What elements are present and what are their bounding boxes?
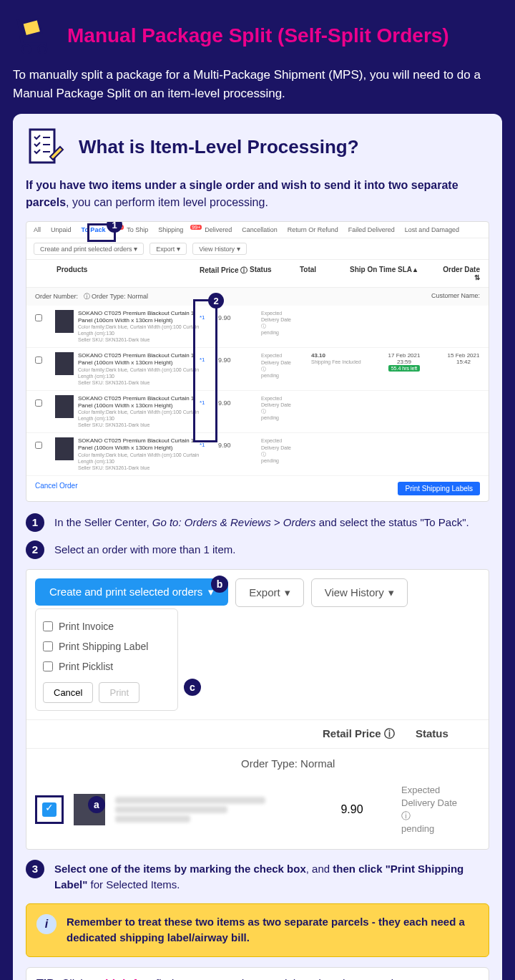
callout-b: b: [211, 576, 228, 593]
export-button[interactable]: Export▾: [235, 578, 303, 607]
screenshot-print-dropdown: b c a Create and print selected orders▾ …: [26, 569, 489, 850]
order-type: Order Type: Normal: [26, 748, 489, 778]
row-checkbox[interactable]: [35, 314, 42, 321]
hero: Manual Package Split (Self-Split Orders): [13, 14, 502, 57]
trolley-icon: [13, 14, 56, 57]
tab-cancellation[interactable]: Cancellation: [242, 226, 278, 233]
screenshot-orders-list: 1 2 All Unpaid To Pack99+ To Ship Shippi…: [26, 221, 489, 502]
svg-point-2: [39, 45, 46, 53]
chevron-down-icon: ▾: [285, 586, 290, 599]
callout-2: 2: [193, 299, 217, 442]
step-2: 2 Select an order with more than 1 item.: [26, 540, 489, 559]
cancel-button[interactable]: Cancel: [43, 682, 93, 703]
page-title: Manual Package Split (Self-Split Orders): [67, 24, 449, 47]
view-history-button[interactable]: View History: [192, 243, 247, 255]
tab-failed[interactable]: Failed Delivered: [348, 226, 395, 233]
order-footer: Cancel Order Print Shipping Labels: [26, 476, 489, 501]
tab-lost[interactable]: Lost and Damaged: [405, 226, 459, 233]
tab-shipping[interactable]: Shipping99+: [158, 226, 195, 233]
order-row: SOKANO CT025 Premium Blackout Curtain 1 …: [26, 433, 489, 475]
chevron-down-icon: ▾: [388, 586, 394, 599]
row-checkbox[interactable]: [35, 356, 42, 364]
tab-unpaid[interactable]: Unpaid: [51, 226, 72, 233]
order-row: SOKANO CT025 Premium Blackout Curtain 1 …: [26, 391, 489, 433]
cancel-order-link[interactable]: Cancel Order: [35, 482, 77, 495]
svg-rect-0: [22, 19, 41, 37]
section-lead: If you have two items under a single ord…: [26, 177, 489, 211]
tab-to-ship[interactable]: To Ship: [127, 226, 148, 233]
export-button[interactable]: Export: [149, 243, 187, 255]
order-row: SOKANO CT025 Premium Blackout Curtain 1 …: [26, 348, 489, 390]
row-checkbox[interactable]: [35, 399, 42, 407]
opt-print-picklist[interactable]: Print Picklist: [43, 656, 170, 676]
create-print-button[interactable]: Create and print selected orders: [34, 243, 144, 255]
order-header: Order Number: ⓘ Order Type: Normal Custo…: [26, 288, 489, 306]
tab-all[interactable]: All: [34, 226, 41, 233]
step-1: 1 In the Seller Center, Go to: Orders & …: [26, 513, 489, 532]
section-title: What is Item-Level Processing?: [79, 136, 359, 158]
opt-print-invoice[interactable]: Print Invoice: [43, 616, 170, 636]
checklist-icon: [26, 127, 66, 167]
svg-point-1: [22, 45, 30, 53]
columns-header: Products Retail Price ⓘ Status Total Shi…: [26, 260, 489, 288]
print-labels-button[interactable]: Print Shipping Labels: [398, 482, 480, 495]
intro-text: To manually split a package for a Multi-…: [13, 66, 502, 102]
tab-return[interactable]: Return Or Refund: [288, 226, 338, 233]
item-checkbox-highlight: [35, 795, 64, 824]
order-row: SOKANO CT025 Premium Blackout Curtain 1 …: [26, 306, 489, 348]
blurred-product-info: [115, 795, 303, 825]
item-checkbox[interactable]: [42, 802, 57, 817]
product-thumb: [55, 310, 74, 333]
link-a[interactable]: Link A: [105, 978, 139, 980]
callout-1: 1: [87, 223, 116, 242]
step-3: 3 Select one of the items by marking the…: [26, 860, 489, 893]
dropdown-menu: Print Invoice Print Shipping Label Print…: [35, 608, 178, 711]
callout-c: c: [184, 679, 201, 696]
tip-box: TIP: Click on Link A to find out more on…: [26, 967, 489, 980]
view-history-button[interactable]: View History▾: [311, 578, 408, 607]
info-icon: i: [36, 914, 57, 934]
tab-delivered[interactable]: Delivered: [205, 226, 232, 233]
content-card: What is Item-Level Processing? If you ha…: [13, 114, 502, 980]
callout-a: a: [88, 796, 105, 813]
info-alert: i Remember to treat these two items as t…: [26, 903, 489, 957]
print-button[interactable]: Print: [99, 682, 139, 703]
opt-print-shipping-label[interactable]: Print Shipping Label: [43, 636, 170, 656]
row-checkbox[interactable]: [35, 442, 42, 449]
